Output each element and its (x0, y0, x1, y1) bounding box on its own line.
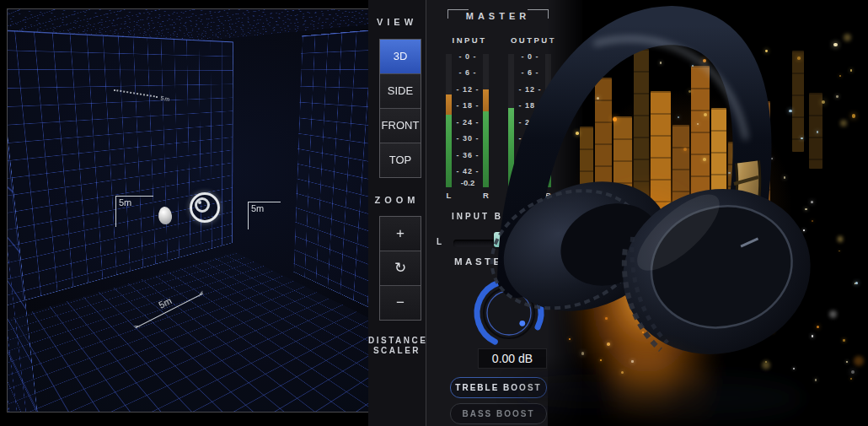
view-panel-title: VIEW (368, 17, 426, 27)
meter-tick-label: - 12 - (454, 85, 481, 94)
input-peak-readout: -0.2 (454, 178, 481, 187)
eq-bar (647, 256, 656, 306)
meter-tick-label: - 12 - (517, 85, 544, 94)
eq-bar (755, 101, 770, 236)
eq-bar (691, 66, 710, 256)
eq-bar (711, 108, 726, 239)
view-mode-button-3d[interactable]: 3D (380, 40, 421, 74)
input-meter-label: INPUT (440, 35, 499, 45)
room-dimension-text: 5m (119, 197, 131, 208)
spark-dot (805, 208, 807, 211)
meter-tick-label: - 42 - (454, 167, 481, 175)
spark-dot (754, 107, 758, 111)
eq-bar (672, 125, 689, 272)
meter-fill (446, 94, 452, 187)
eq-bar (613, 116, 632, 222)
input-meter-bar-left (446, 54, 452, 187)
sound-source-ring (195, 197, 210, 213)
eq-bar (651, 91, 671, 256)
input-channel-left-label: L (446, 191, 452, 200)
output-channel-left-label: L (508, 191, 514, 200)
spark-dot (603, 191, 605, 194)
spark-dot (789, 110, 792, 113)
spatial-audio-plugin-window: 5m 5m 5m 5m VIEW 3DSIDEFRONTTOP ZOOM + ↻… (0, 0, 868, 426)
spark-dot (740, 340, 743, 343)
meter-tick-label: - 6 - (454, 68, 481, 77)
view-mode-button-group: 3DSIDEFRONTTOP (379, 39, 421, 178)
spark-dot (850, 69, 853, 72)
spark-dot (721, 322, 724, 325)
spark-dot (565, 212, 576, 223)
master-gain-value[interactable]: 0.00 dB (478, 348, 547, 369)
spark-dot (703, 158, 706, 161)
input-balance-label: INPUT B (452, 212, 503, 221)
view-mode-button-top[interactable]: TOP (380, 143, 421, 177)
spark-dot (689, 90, 691, 93)
zoom-in-button[interactable]: + (380, 217, 421, 251)
master-knob-label: MASTER (454, 256, 513, 267)
spark-dot (605, 317, 608, 320)
balance-left-channel-label: L (437, 237, 442, 246)
meter-tick-label: - 0 - (517, 52, 544, 61)
meter-fill (508, 108, 514, 187)
spark-dot (615, 35, 618, 38)
spark-dot (771, 330, 774, 332)
master-gain-knob[interactable] (469, 275, 549, 353)
spark-dot (833, 43, 837, 46)
room-3d-viewport[interactable]: 5m 5m 5m 5m (7, 8, 369, 413)
meter-tick-label: - 18 - (454, 101, 481, 110)
eq-bar (743, 167, 755, 239)
output-meter-scale: - 0 -- 6 -- 12 -- 18 -- 24 -- 30 -- 36 -… (517, 52, 544, 175)
room-3d-scene (8, 9, 368, 412)
spark-dot (613, 117, 616, 121)
input-balance-slider-handle[interactable] (494, 232, 503, 247)
zoom-out-button[interactable]: − (380, 286, 421, 320)
eq-bar (580, 127, 593, 253)
input-meter-bar-right (483, 54, 489, 187)
headphone-artwork-background (548, 0, 868, 426)
spark-dot (852, 114, 855, 117)
bass-boost-button[interactable]: BASS BOOST (450, 403, 547, 424)
meter-fill (483, 89, 489, 187)
master-title-text: MASTER (447, 11, 549, 21)
spark-dot (681, 220, 683, 223)
room-dimension-text: 5m (251, 203, 264, 213)
meter-tick-label: - 6 - (517, 68, 544, 77)
meter-peak-segment (446, 94, 452, 115)
floor-shadow-gradient (548, 354, 868, 426)
spark-dot (570, 72, 573, 75)
meter-tick-label: - 30 - (517, 134, 544, 143)
spark-dot (630, 217, 631, 218)
spark-dot (840, 120, 847, 127)
meter-tick-label: - 24 - (454, 118, 481, 127)
spark-dot (613, 296, 615, 298)
meter-tick-label: - 24 - (517, 118, 544, 127)
spark-dot (855, 282, 859, 285)
zoom-panel-title: ZOOM (368, 195, 426, 205)
input-balance-slider-track[interactable] (453, 240, 522, 247)
spark-dot (683, 148, 687, 151)
zoom-button-group: + ↻ − (379, 216, 421, 321)
spark-dot (586, 238, 587, 240)
spark-dot (726, 71, 728, 73)
spark-dot (704, 230, 707, 234)
input-meter-scale: - 0 -- 6 -- 12 -- 18 -- 24 -- 30 -- 36 -… (454, 52, 481, 175)
spark-dot (578, 215, 586, 223)
spark-dot (755, 317, 758, 321)
spark-dot (703, 59, 706, 62)
view-controls-column: VIEW 3DSIDEFRONTTOP ZOOM + ↻ − DISTANCE … (368, 0, 426, 426)
meter-tick-label: - 30 - (454, 134, 481, 143)
view-mode-button-front[interactable]: FRONT (380, 109, 421, 143)
treble-boost-button[interactable]: TREBLE BOOST (450, 377, 547, 398)
spark-dot (668, 203, 672, 207)
reset-view-button[interactable]: ↻ (380, 251, 421, 286)
input-channel-right-label: R (483, 191, 489, 200)
meter-tick-label: - 36 - (454, 151, 481, 159)
sound-source-object[interactable] (190, 192, 220, 223)
output-meter: - 0 -- 6 -- 12 -- 18 -- 24 -- 30 -- 36 -… (508, 49, 552, 205)
master-panel-title: MASTER (447, 9, 549, 22)
spark-dot (838, 236, 843, 241)
distance-scaler-title-line1: DISTANCE (368, 336, 426, 346)
sound-source-center (198, 201, 201, 204)
view-mode-button-side[interactable]: SIDE (380, 74, 421, 109)
